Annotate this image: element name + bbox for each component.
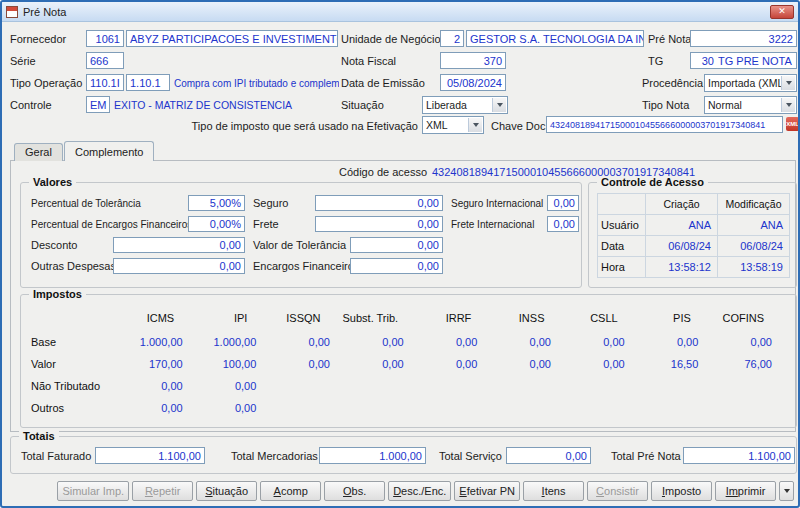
serie-label: Série — [10, 55, 36, 67]
pre-nota-value: 3222 — [769, 33, 793, 45]
impostos-column-inss: INSS — [493, 312, 566, 324]
ca-row-label-hora: Hora — [598, 257, 646, 278]
total-faturado-field[interactable]: 1.100,00 — [95, 447, 205, 464]
frete-value: 0,00 — [418, 218, 439, 230]
tipo-operacao-code1-field[interactable]: 110.1I — [86, 74, 124, 91]
impostos-value: 0,00 — [418, 336, 492, 348]
situacao-value: Liberada — [426, 99, 467, 111]
button-desc-enc[interactable]: Desc./Enc. — [388, 481, 451, 501]
tipo-nota-select[interactable]: Normal — [704, 96, 797, 114]
button-imprimir[interactable]: Imprimir — [715, 481, 776, 501]
impostos-value: 16,50 — [639, 358, 713, 370]
controle-acesso-table: CriaçãoModificaçãoUsuárioANAANAData06/08… — [597, 193, 790, 278]
button-situa-o[interactable]: Situação — [196, 481, 257, 501]
total-servico-field[interactable]: 0,00 — [506, 447, 591, 464]
tipo-imposto-label: Tipo de imposto que será usado na Efetiv… — [182, 120, 418, 132]
tipo-operacao-code2-value: 1.10.1 — [130, 77, 161, 89]
unidade-negocio-code-field[interactable]: 2 — [440, 30, 464, 47]
percentual-tolerancia-label: Percentual de Tolerância — [31, 198, 141, 209]
nota-fiscal-field[interactable]: 370 — [440, 52, 506, 69]
impostos-value: 0,00 — [197, 380, 271, 392]
total-pre-nota-label: Total Pré Nota — [611, 450, 681, 462]
impostos-column-ipi: IPI — [196, 312, 269, 324]
tg-field[interactable]: 30 TG PRE NOTA POI — [690, 52, 797, 69]
impostos-value: 0,00 — [123, 402, 197, 414]
impostos-value: 0,00 — [418, 358, 492, 370]
unidade-negocio-code-value: 2 — [454, 33, 460, 45]
button-simular-imp: Simular Imp. — [57, 481, 129, 501]
procedencia-label: Procedência — [642, 77, 703, 89]
fornecedor-name-field[interactable]: ABYZ PARTICIPACOES E INVESTIMENTOS LTDA — [126, 30, 338, 47]
window-title: Pré Nota — [23, 6, 66, 18]
tipo-operacao-label: Tipo Operação — [10, 77, 82, 89]
button-itens[interactable]: Itens — [523, 481, 584, 501]
impostos-row-base: Base1.000,001.000,000,000,000,000,000,00… — [31, 331, 786, 353]
serie-field[interactable]: 666 — [86, 52, 124, 69]
controle-code-value: EM — [90, 99, 107, 111]
chave-doc-field[interactable]: 4324081894171500010455666000003701917340… — [546, 116, 783, 133]
button-imposto[interactable]: Imposto — [651, 481, 712, 501]
pre-nota-label: Pré Nota — [648, 33, 691, 45]
valor-tolerancia-field[interactable]: 0,00 — [350, 237, 443, 253]
impostos-value: 0,00 — [639, 336, 713, 348]
situacao-label: Situação — [341, 99, 384, 111]
tipo-imposto-select[interactable]: XML — [422, 116, 484, 134]
total-pre-nota-field[interactable]: 1.100,00 — [683, 447, 795, 464]
situacao-select[interactable]: Liberada — [422, 96, 508, 114]
total-pre-nota-value: 1.100,00 — [748, 450, 791, 462]
tipo-operacao-code2-field[interactable]: 1.10.1 — [126, 74, 170, 91]
frete-internacional-field[interactable]: 0,00 — [547, 216, 579, 232]
button-repetir: Repetir — [132, 481, 193, 501]
impostos-value: 0,00 — [197, 402, 271, 414]
impostos-value: 0,00 — [491, 336, 565, 348]
impostos-column-icms: ICMS — [123, 312, 196, 324]
encargos-financeiros-field[interactable]: 0,00 — [350, 258, 443, 274]
impostos-value: 0,00 — [565, 358, 639, 370]
fornecedor-code-field[interactable]: 1061 — [86, 30, 124, 47]
frete-field[interactable]: 0,00 — [315, 216, 443, 232]
data-emissao-field[interactable]: 05/08/2024 — [440, 74, 506, 91]
impostos-value: 0,00 — [565, 336, 639, 348]
button-obs[interactable]: Obs. — [324, 481, 385, 501]
total-mercadorias-value: 1.000,00 — [379, 450, 422, 462]
ca-value: ANA — [646, 215, 718, 236]
outras-despesas-value: 0,00 — [220, 260, 241, 272]
tipo-nota-label: Tipo Nota — [642, 99, 689, 111]
close-button[interactable]: ✕ — [770, 5, 794, 19]
button-bar: Simular Imp.RepetirSituaçãoAcompObs.Desc… — [4, 479, 794, 502]
xml-file-icon[interactable]: XML — [786, 117, 799, 131]
impostos-row-valor: Valor170,00100,000,000,000,000,000,0016,… — [31, 353, 786, 375]
seguro-internacional-field[interactable]: 0,00 — [547, 195, 579, 211]
tab-complemento[interactable]: Complemento — [64, 141, 154, 161]
tipo-operacao-code1-value: 110.1I — [90, 77, 120, 89]
ca-row-label-usu-rio: Usuário — [598, 215, 646, 236]
ca-column-header-modifica-o: Modificação — [718, 194, 790, 215]
procedencia-select[interactable]: Importada (XML) — [704, 74, 797, 92]
frete-internacional-label: Frete Internacional — [451, 219, 534, 230]
outras-despesas-field[interactable]: 0,00 — [113, 258, 245, 274]
ca-value: 06/08/24 — [646, 236, 718, 257]
totais-group: Totais Total Faturado 1.100,00 Total Mer… — [10, 436, 797, 474]
imprimir-menu-arrow-button[interactable] — [779, 481, 794, 501]
chave-doc-label: Chave Doc. — [491, 120, 548, 132]
controle-code-field[interactable]: EM — [86, 96, 110, 113]
pre-nota-field[interactable]: 3222 — [690, 30, 797, 47]
ca-value: 13:58:19 — [718, 257, 790, 278]
impostos-row-n-o-tributado: Não Tributado0,000,00 — [31, 375, 786, 397]
tab-geral-label: Geral — [25, 146, 52, 158]
impostos-value: 0,00 — [123, 380, 197, 392]
total-mercadorias-field[interactable]: 1.000,00 — [319, 447, 426, 464]
impostos-value: 0,00 — [344, 336, 418, 348]
desconto-field[interactable]: 0,00 — [113, 237, 245, 253]
desconto-value: 0,00 — [220, 239, 241, 251]
unidade-negocio-name-field[interactable]: GESTOR S.A. TECNOLOGIA DA INFORMACA — [466, 30, 644, 47]
seguro-value: 0,00 — [418, 197, 439, 209]
tab-complemento-label: Complemento — [75, 146, 143, 158]
button-efetivar-pn[interactable]: Efetivar PN — [454, 481, 520, 501]
percentual-encargos-field[interactable]: 0,00% — [188, 216, 245, 232]
tab-geral[interactable]: Geral — [14, 143, 63, 161]
total-faturado-label: Total Faturado — [21, 450, 91, 462]
button-acomp[interactable]: Acomp — [260, 481, 321, 501]
seguro-field[interactable]: 0,00 — [315, 195, 443, 211]
percentual-tolerancia-field[interactable]: 5,00% — [188, 195, 245, 211]
